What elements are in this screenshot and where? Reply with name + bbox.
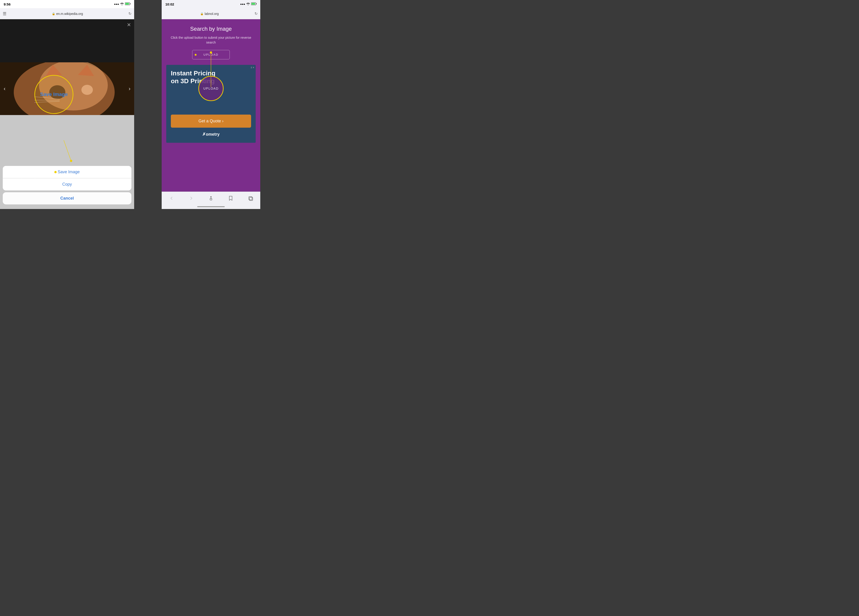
action-sheet-group: Save Image Copy [3,166,131,190]
battery-icon [125,2,130,6]
right-time: 10:02 [166,2,174,6]
top-image-area: ✕ [0,19,134,62]
svg-rect-18 [251,3,255,5]
right-status-bar: 10:02 ●●● [162,0,260,8]
right-refresh-icon[interactable]: ↻ [255,11,258,16]
prev-arrow[interactable]: ‹ [4,86,6,92]
save-image-dot [54,171,57,173]
signal-icon-right: ●●● [240,3,245,6]
tabs-button[interactable] [245,193,255,203]
magnifier-text: Save Image [40,92,68,97]
svg-rect-19 [256,3,256,5]
close-button[interactable]: ✕ [127,22,131,28]
left-time: 9:56 [4,2,11,6]
home-bar [197,206,225,207]
battery-icon-right [251,2,256,6]
svg-rect-2 [125,3,129,5]
cat-image-area: ‹ › Save Image [0,62,134,115]
hamburger-icon[interactable]: ☰ [3,11,6,16]
right-nav-bar: 🔒 labnol.org ↻ [162,8,260,19]
page-title: Search by Image [190,26,232,32]
gray-lower-area: Save Image Copy Cancel Nancy Wong · CC B… [0,115,134,209]
svg-point-10 [81,85,93,95]
left-url-bar[interactable]: 🔒 en.m.wikipedia.org [8,12,127,16]
left-nav-bar: ☰ 🔒 en.m.wikipedia.org ↻ [0,8,134,19]
back-button[interactable] [167,193,176,203]
ad-box: ℹ ✕ Instant Pricingon 3D Printing UPLOAD… [166,65,256,143]
ad-close-icon[interactable]: ✕ [253,66,254,69]
copy-action[interactable]: Copy [3,178,131,190]
next-arrow[interactable]: › [129,86,130,92]
save-image-action[interactable]: Save Image [3,166,131,178]
page-subtitle: Click the upload button to submit your p… [166,35,256,45]
upload-btn-dot [195,54,197,56]
right-phone: 10:02 ●●● 🔒 labnol.org ↻ Search by Image… [162,0,260,209]
svg-line-14 [64,140,71,161]
wifi-icon-right [246,3,250,6]
left-phone: 9:56 ●●● ☰ 🔒 en.m.wikipedia.org ↻ ✕ [0,0,134,209]
lock-icon: 🔒 [52,12,55,16]
left-url-text: en.m.wikipedia.org [56,12,83,16]
wifi-icon [120,3,124,6]
share-button[interactable] [206,193,216,203]
info-icon: ℹ [251,66,252,69]
get-quote-button[interactable]: Get a Quote › [171,115,251,128]
right-url-text: labnol.org [205,12,219,16]
svg-rect-23 [249,196,252,200]
upload-button[interactable]: UPLOAD [192,50,230,59]
page-content: Search by Image Click the upload button … [162,19,260,192]
upload-btn-label: UPLOAD [203,53,218,56]
action-sheet: Save Image Copy Cancel [0,166,134,209]
signal-icon: ●●● [114,3,119,6]
upload-circle-ad[interactable]: UPLOAD [198,76,223,101]
right-url-bar[interactable]: 🔒 labnol.org [164,12,255,16]
svg-point-15 [70,160,72,162]
right-status-icons: ●●● [240,2,256,6]
svg-rect-22 [210,198,212,200]
svg-rect-24 [250,197,253,201]
magnifier-circle: Save Image [34,75,73,114]
home-indicator [162,204,260,209]
xometry-logo: ✗ometry [171,130,251,138]
cancel-action[interactable]: Cancel [3,192,131,204]
svg-point-16 [248,5,248,5]
right-lock-icon: 🔒 [200,12,204,16]
forward-button[interactable] [186,193,196,203]
refresh-icon[interactable]: ↻ [128,11,131,16]
bookmarks-button[interactable] [226,193,236,203]
ad-label: ℹ ✕ [251,66,254,69]
spacer [134,0,148,209]
left-status-bar: 9:56 ●●● [0,0,134,8]
bottom-toolbar [162,192,260,204]
left-status-icons: ●●● [114,2,130,6]
svg-rect-3 [130,3,130,5]
upload-circle-label: UPLOAD [203,87,219,90]
svg-point-0 [122,5,122,5]
